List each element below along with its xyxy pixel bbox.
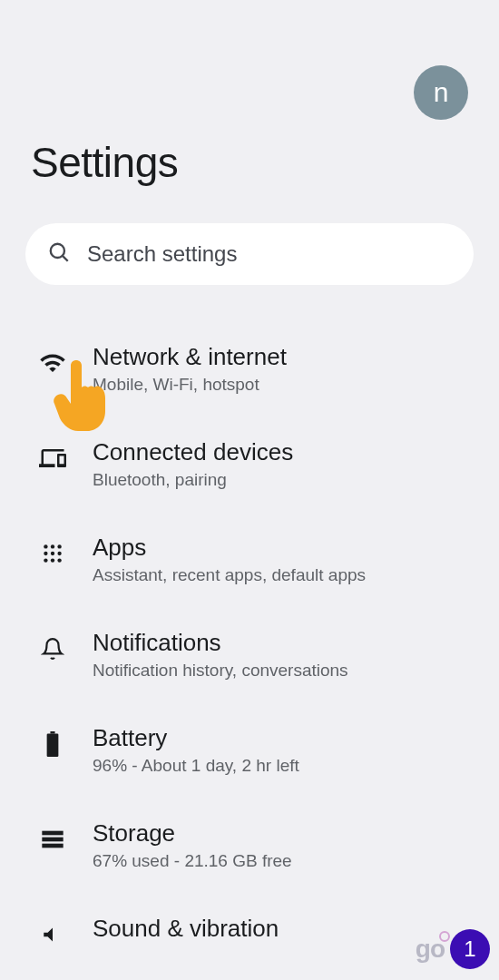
svg-point-6 (51, 552, 54, 555)
devices-icon (38, 444, 67, 473)
item-subtitle: 96% - About 1 day, 2 hr left (93, 756, 474, 776)
svg-point-8 (44, 558, 47, 562)
item-text: Connected devices Bluetooth, pairing (93, 438, 474, 490)
svg-point-4 (57, 544, 61, 548)
item-subtitle: 67% used - 21.16 GB free (93, 851, 474, 871)
item-subtitle: Notification history, conversations (93, 661, 474, 681)
item-subtitle: Bluetooth, pairing (93, 470, 474, 490)
header: n (0, 0, 499, 120)
search-placeholder: Search settings (87, 241, 237, 267)
go-logo: go (416, 935, 445, 964)
search-icon (47, 240, 71, 268)
search-bar[interactable]: Search settings (25, 223, 474, 285)
item-title: Network & internet (93, 343, 474, 371)
wifi-icon (38, 348, 67, 377)
svg-rect-14 (42, 838, 63, 842)
svg-rect-15 (42, 844, 63, 848)
svg-point-2 (44, 544, 47, 548)
storage-icon (38, 825, 67, 854)
item-title: Battery (93, 724, 474, 752)
avatar[interactable]: n (414, 65, 468, 120)
item-title: Connected devices (93, 438, 474, 466)
settings-list: Network & internet Mobile, Wi-Fi, hotspo… (0, 321, 499, 949)
item-text: Battery 96% - About 1 day, 2 hr left (93, 724, 474, 776)
svg-rect-13 (42, 831, 63, 836)
svg-point-9 (51, 558, 54, 562)
item-subtitle: Mobile, Wi-Fi, hotspot (93, 375, 474, 395)
item-text: Notifications Notification history, conv… (93, 629, 474, 681)
svg-point-7 (57, 552, 61, 555)
svg-point-5 (44, 552, 47, 555)
svg-rect-11 (50, 731, 54, 734)
settings-item-network[interactable]: Network & internet Mobile, Wi-Fi, hotspo… (0, 321, 499, 416)
svg-point-10 (57, 558, 61, 562)
page-title: Settings (0, 120, 499, 223)
sound-icon (38, 920, 67, 949)
item-title: Storage (93, 819, 474, 848)
item-title: Apps (93, 534, 474, 562)
settings-item-connected-devices[interactable]: Connected devices Bluetooth, pairing (0, 416, 499, 512)
step-number-badge: 1 (450, 929, 490, 969)
item-subtitle: Assistant, recent apps, default apps (93, 565, 474, 585)
svg-line-1 (63, 256, 68, 261)
svg-point-3 (51, 544, 54, 548)
settings-item-battery[interactable]: Battery 96% - About 1 day, 2 hr left (0, 702, 499, 798)
bottom-badges: go 1 (416, 929, 490, 969)
settings-item-apps[interactable]: Apps Assistant, recent apps, default app… (0, 512, 499, 607)
apps-icon (38, 539, 67, 568)
settings-item-notifications[interactable]: Notifications Notification history, conv… (0, 607, 499, 702)
item-text: Network & internet Mobile, Wi-Fi, hotspo… (93, 343, 474, 395)
item-text: Storage 67% used - 21.16 GB free (93, 819, 474, 871)
svg-point-0 (51, 244, 64, 258)
bell-icon (38, 634, 67, 663)
item-title: Notifications (93, 629, 474, 657)
svg-rect-12 (47, 734, 59, 757)
battery-icon (38, 730, 67, 759)
item-text: Apps Assistant, recent apps, default app… (93, 534, 474, 585)
settings-item-storage[interactable]: Storage 67% used - 21.16 GB free (0, 798, 499, 893)
